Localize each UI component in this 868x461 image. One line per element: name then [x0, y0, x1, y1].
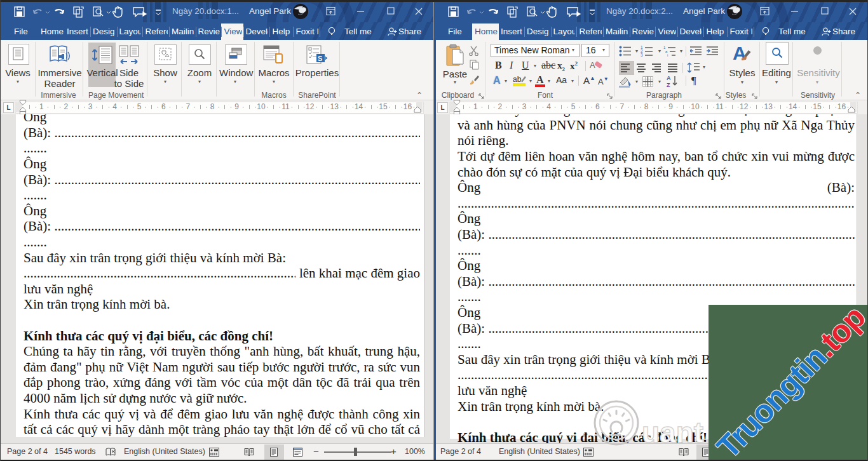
svg-text:i: i	[667, 53, 668, 57]
svg-text:A: A	[590, 60, 595, 70]
svg-text:A: A	[667, 75, 671, 81]
svg-text:A: A	[733, 43, 747, 63]
svg-text:Z: Z	[667, 82, 670, 88]
svg-text:3: 3	[641, 53, 643, 57]
svg-text:S: S	[318, 55, 322, 62]
svg-text:ab: ab	[513, 75, 522, 84]
svg-text:uant: uant	[642, 416, 703, 449]
